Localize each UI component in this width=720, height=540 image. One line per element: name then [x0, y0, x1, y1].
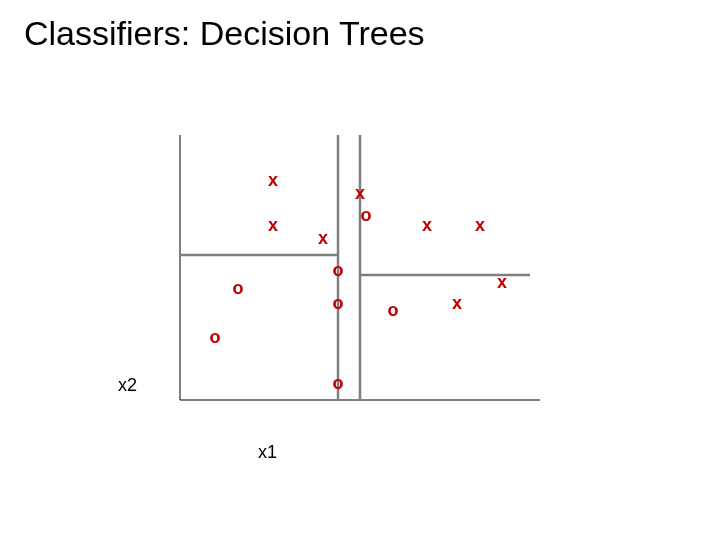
point-x: x	[318, 229, 328, 247]
point-o: o	[333, 374, 344, 392]
point-x: x	[475, 216, 485, 234]
slide: Classifiers: Decision Trees x x x x x x …	[0, 0, 720, 540]
point-o: o	[388, 301, 399, 319]
y-axis-label: x2	[118, 375, 137, 396]
decision-tree-plot: x x x x x x x x o o o o o o o	[180, 135, 560, 415]
point-x: x	[268, 216, 278, 234]
decision-boundaries	[180, 135, 530, 400]
page-title: Classifiers: Decision Trees	[24, 14, 425, 53]
point-x: x	[268, 171, 278, 189]
point-x: x	[422, 216, 432, 234]
point-o: o	[333, 261, 344, 279]
x-axis-label: x1	[258, 442, 277, 463]
point-o: o	[333, 294, 344, 312]
point-o: o	[361, 206, 372, 224]
point-x: x	[497, 273, 507, 291]
point-x: x	[355, 184, 365, 202]
point-o: o	[210, 328, 221, 346]
point-x: x	[452, 294, 462, 312]
point-o: o	[233, 279, 244, 297]
